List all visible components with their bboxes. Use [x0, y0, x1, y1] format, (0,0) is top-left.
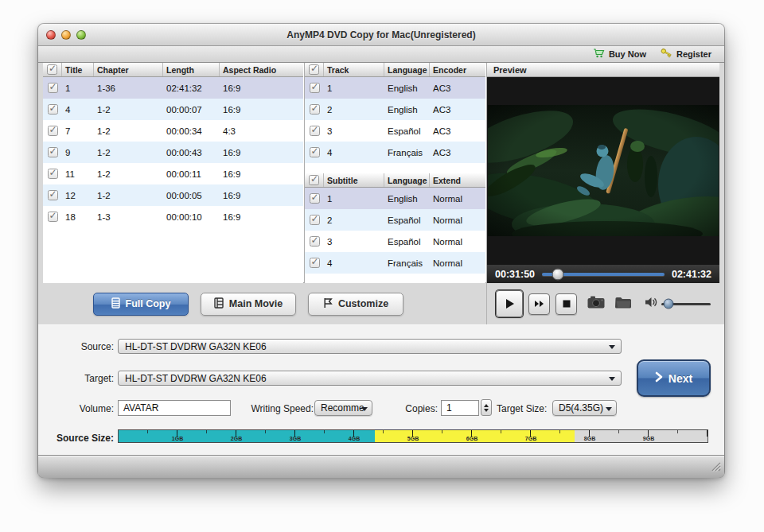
track-subtitle-pane: Track Language Encoder 1 English AC3 2 E…	[304, 63, 485, 283]
cell-language: English	[384, 83, 430, 93]
col-header-title: Title	[62, 63, 94, 76]
table-row[interactable]: 12 1-2 00:00:05 16:9	[43, 184, 303, 206]
open-folder-button[interactable]	[615, 296, 632, 312]
col-header-language: Language	[384, 63, 430, 76]
cell-length: 00:00:05	[163, 191, 220, 200]
row-checkbox[interactable]	[305, 83, 324, 93]
cell-chapter: 1-36	[94, 83, 163, 93]
row-checkbox[interactable]	[43, 126, 62, 136]
buy-now-button[interactable]: Buy Now	[593, 49, 646, 60]
col-header-track: Track	[324, 63, 384, 76]
target-label: Target:	[38, 373, 114, 384]
row-checkbox[interactable]	[305, 126, 324, 136]
row-checkbox[interactable]	[305, 258, 324, 268]
volume-thumb[interactable]	[664, 299, 674, 309]
table-row[interactable]: 4 Français AC3	[305, 142, 485, 163]
source-value: HL-DT-ST DVDRW GA32N KE06	[125, 341, 267, 352]
settings-panel: Source: HL-DT-ST DVDRW GA32N KE06 Target…	[38, 324, 724, 455]
table-row[interactable]: 4 1-2 00:00:07 16:9	[43, 99, 303, 120]
target-size-dropdown[interactable]: D5(4.35G)	[552, 400, 617, 416]
copies-field[interactable]	[441, 400, 479, 416]
resize-grip[interactable]	[709, 460, 721, 475]
cell-track: 2	[324, 105, 384, 115]
table-row[interactable]: 1 English Normal	[305, 188, 485, 209]
table-row[interactable]: 18 1-3 00:00:10 16:9	[43, 206, 303, 227]
track-table-header: Track Language Encoder	[305, 63, 485, 77]
row-checkbox[interactable]	[43, 104, 62, 115]
stop-button[interactable]	[555, 293, 577, 315]
seek-slider[interactable]	[542, 273, 665, 276]
snapshot-button[interactable]	[587, 296, 605, 312]
table-row[interactable]: 4 Français Normal	[305, 252, 485, 274]
cell-title: 12	[62, 191, 94, 200]
full-copy-label: Full Copy	[126, 298, 171, 309]
select-all-tracks-checkbox[interactable]	[305, 63, 324, 76]
cell-title: 4	[62, 105, 94, 115]
table-gap	[305, 163, 485, 173]
speaker-icon	[645, 297, 658, 311]
play-button[interactable]	[496, 290, 523, 317]
register-button[interactable]: Register	[661, 49, 711, 60]
row-checkbox[interactable]	[305, 236, 324, 247]
table-row[interactable]: 1 1-36 02:41:32 16:9	[43, 77, 303, 99]
preview-header: Preview	[487, 63, 719, 77]
table-row[interactable]: 11 1-2 00:00:11 16:9	[43, 163, 303, 184]
toolbar: Buy Now Register	[38, 46, 724, 63]
row-checkbox[interactable]	[305, 215, 324, 225]
title-table-header: Title Chapter Length Aspect Radio	[43, 63, 303, 77]
row-checkbox[interactable]	[43, 212, 62, 222]
table-row[interactable]: 3 Español AC3	[305, 120, 485, 142]
window-title: AnyMP4 DVD Copy for Mac(Unregistered)	[38, 29, 724, 41]
table-row[interactable]: 2 Español Normal	[305, 209, 485, 231]
cell-track: 1	[324, 83, 384, 93]
cell-length: 00:00:43	[163, 148, 220, 157]
table-row[interactable]: 1 English AC3	[305, 77, 485, 99]
table-row[interactable]: 2 English AC3	[305, 99, 485, 120]
camera-icon	[587, 296, 605, 312]
preview-panel: Preview	[486, 63, 719, 283]
row-checkbox[interactable]	[43, 147, 62, 157]
row-checkbox[interactable]	[43, 190, 62, 200]
cell-subtitle: 2	[324, 216, 384, 225]
target-dropdown[interactable]: HL-DT-ST DVDRW GA32N KE06	[118, 371, 622, 386]
select-all-titles-checkbox[interactable]	[43, 63, 62, 76]
gb-tick-label: 9GB	[643, 436, 654, 441]
row-checkbox[interactable]	[43, 83, 62, 93]
volume-name-field[interactable]	[118, 400, 231, 416]
fast-forward-button[interactable]	[528, 293, 550, 315]
writing-speed-dropdown[interactable]: Recomme	[314, 400, 372, 416]
next-label: Next	[668, 372, 692, 385]
cell-aspect: 16:9	[220, 212, 303, 222]
cell-language: Français	[384, 148, 430, 157]
cell-language: Español	[384, 126, 430, 136]
volume-control	[645, 297, 711, 311]
next-button[interactable]: Next	[637, 359, 711, 397]
register-label: Register	[676, 49, 711, 59]
cell-chapter: 1-2	[94, 126, 163, 136]
seek-thumb[interactable]	[552, 268, 564, 280]
cell-title: 11	[62, 169, 94, 179]
cell-extend: Normal	[430, 194, 485, 204]
row-checkbox[interactable]	[305, 147, 324, 157]
cell-subtitle: 4	[324, 258, 384, 268]
row-checkbox[interactable]	[305, 193, 324, 204]
cell-language: Français	[384, 258, 430, 268]
row-checkbox[interactable]	[305, 104, 324, 115]
volume-slider[interactable]	[661, 303, 711, 305]
filmstrip-icon	[214, 297, 224, 311]
table-row[interactable]: 9 1-2 00:00:43 16:9	[43, 142, 303, 163]
row-checkbox[interactable]	[43, 169, 62, 179]
seek-bar: 00:31:50 02:41:32	[487, 265, 719, 283]
main-movie-button[interactable]: Main Movie	[201, 293, 296, 316]
target-size-value: D5(4.35G)	[559, 402, 603, 414]
full-copy-button[interactable]: Full Copy	[93, 293, 189, 316]
customize-button[interactable]: Customize	[308, 293, 403, 316]
cell-encoder: AC3	[430, 126, 485, 136]
table-row[interactable]: 7 1-2 00:00:34 4:3	[43, 120, 303, 142]
col-header-length: Length	[163, 63, 220, 76]
source-dropdown[interactable]: HL-DT-ST DVDRW GA32N KE06	[118, 339, 622, 354]
table-row[interactable]: 3 Español Normal	[305, 231, 485, 252]
copies-stepper[interactable]	[481, 399, 492, 416]
customize-label: Customize	[338, 298, 388, 309]
select-all-subtitles-checkbox[interactable]	[305, 173, 324, 187]
